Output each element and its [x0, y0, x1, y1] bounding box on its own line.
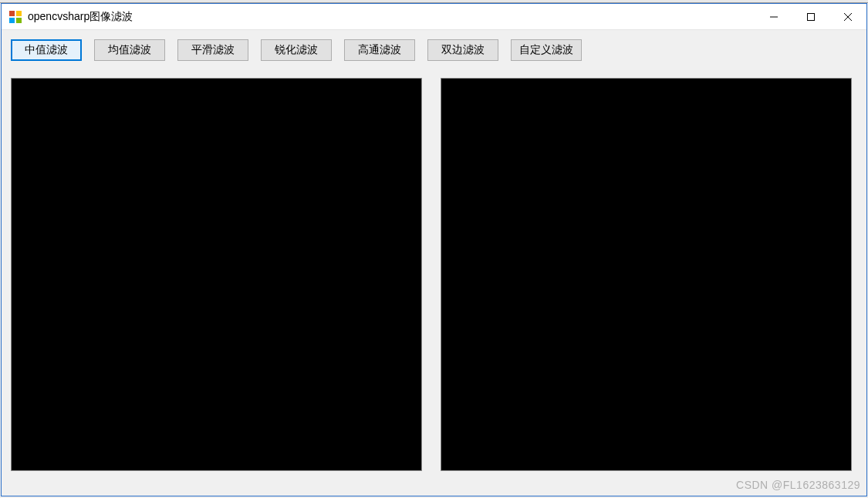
watermark-text: CSDN @FL1623863129: [736, 479, 860, 491]
result-image-panel: [441, 78, 852, 471]
bilateral-filter-button[interactable]: 双边滤波: [427, 39, 498, 61]
custom-filter-button[interactable]: 自定义滤波: [511, 39, 582, 61]
svg-rect-1: [808, 13, 815, 20]
window-controls: [755, 4, 866, 29]
maximize-icon: [806, 12, 816, 22]
image-panels: [11, 78, 857, 471]
filter-toolbar: 中值滤波 均值滤波 平滑滤波 锐化滤波 高通滤波 双边滤波 自定义滤波: [11, 39, 857, 61]
median-filter-button[interactable]: 中值滤波: [11, 39, 82, 61]
window-title: opencvsharp图像滤波: [28, 10, 133, 24]
highpass-filter-button[interactable]: 高通滤波: [344, 39, 415, 61]
close-button[interactable]: [829, 4, 866, 29]
close-icon: [843, 12, 853, 22]
app-icon: [9, 11, 22, 23]
client-area: 中值滤波 均值滤波 平滑滤波 锐化滤波 高通滤波 双边滤波 自定义滤波 CSDN…: [2, 30, 866, 496]
titlebar[interactable]: opencvsharp图像滤波: [2, 4, 866, 30]
application-window: opencvsharp图像滤波 中值滤波 均值滤波 平滑滤波 锐化滤波 高通滤波…: [1, 3, 867, 496]
sharpen-filter-button[interactable]: 锐化滤波: [261, 39, 332, 61]
smooth-filter-button[interactable]: 平滑滤波: [177, 39, 248, 61]
minimize-icon: [769, 12, 778, 22]
mean-filter-button[interactable]: 均值滤波: [94, 39, 165, 61]
source-image-panel: [11, 78, 422, 471]
minimize-button[interactable]: [755, 4, 792, 29]
maximize-button[interactable]: [792, 4, 829, 29]
